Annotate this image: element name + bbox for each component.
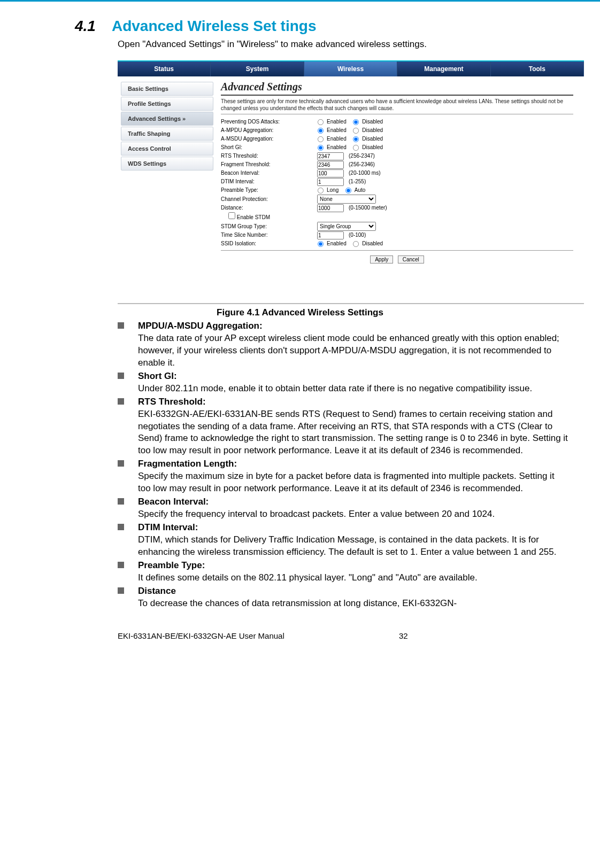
apply-button[interactable]: Apply (370, 255, 393, 264)
label-distance: Distance: (221, 204, 317, 212)
shortgi-enabled-radio[interactable] (318, 144, 324, 150)
frag-input[interactable] (317, 161, 344, 169)
shortgi-disabled-text: Disabled (362, 143, 383, 152)
row-shortgi: Short GI: Enabled Disabled (221, 143, 573, 152)
dtim-input[interactable] (317, 178, 344, 186)
bullet-body: It defines some details on the 802.11 ph… (138, 572, 568, 584)
cancel-button[interactable]: Cancel (398, 255, 424, 264)
sidebar-item-basic[interactable]: Basic Settings (121, 82, 213, 96)
label-amsdu: A-MSDU Aggregation: (221, 135, 317, 143)
nav-tab-management[interactable]: Management (397, 61, 490, 76)
page-content: 4.1 Advanced Wireless Set tings Open "Ad… (0, 2, 600, 651)
page-footer: EKI-6331AN-BE/EKI-6332GN-AE User Manual … (118, 631, 568, 640)
bullet-item: Distance To decrease the chances of data… (118, 585, 568, 610)
panel-desc: These settings are only for more technic… (221, 98, 573, 114)
row-ssid-iso: SSID Isolation: Enabled Disabled (221, 239, 573, 248)
dos-disabled-text: Disabled (362, 118, 383, 126)
bullet-item: Preamble Type: It defines some details o… (118, 560, 568, 584)
bullet-item: RTS Threshold: EKI-6332GN-AE/EKI-6331AN-… (118, 396, 568, 458)
square-bullet-icon (118, 322, 124, 329)
bullet-item: Beacon Interval: Specify the frequency i… (118, 496, 568, 521)
nav-tab-system[interactable]: System (211, 61, 304, 76)
manual-title: EKI-6331AN-BE/EKI-6332GN-AE User Manual (118, 631, 284, 640)
square-bullet-icon (118, 562, 124, 568)
bullet-item: Fragmentation Length: Specify the maximu… (118, 458, 568, 495)
nav-tab-status[interactable]: Status (118, 61, 211, 76)
sidebar-item-advanced[interactable]: Advanced Settings » (121, 112, 213, 126)
preamble-long-text: Long (327, 186, 339, 195)
shortgi-disabled-radio[interactable] (353, 144, 359, 150)
ampdu-disabled-radio[interactable] (353, 127, 359, 133)
amsdu-enabled-text: Enabled (327, 135, 347, 143)
bullet-title: Distance (138, 586, 176, 596)
bullet-title: Fragmentation Length: (138, 459, 237, 469)
rts-range: (256-2347) (349, 152, 375, 160)
label-frag: Fragment Threshold: (221, 160, 317, 169)
ssid-iso-enabled-radio[interactable] (318, 241, 324, 246)
sidebar-item-access[interactable]: Access Control (121, 142, 213, 156)
label-timeslice: Time Slice Number: (221, 231, 317, 239)
ssid-iso-disabled-radio[interactable] (353, 241, 359, 246)
bullet-title: DTIM Interval: (138, 522, 198, 532)
square-bullet-icon (118, 373, 124, 379)
nav-tab-tools[interactable]: Tools (491, 61, 584, 76)
bullet-body: Specify the maximum size in byte for a p… (138, 470, 568, 495)
preamble-auto-radio[interactable] (345, 187, 351, 193)
shortgi-enabled-text: Enabled (327, 143, 347, 152)
distance-input[interactable] (317, 204, 344, 212)
rts-input[interactable] (317, 152, 344, 160)
stdm-group-select[interactable]: Single Group (317, 222, 376, 231)
label-stdm-enable: Enable STDM (221, 212, 317, 222)
amsdu-disabled-radio[interactable] (353, 136, 359, 142)
ssid-iso-disabled-text: Disabled (362, 239, 383, 248)
bullet-body: The data rate of your AP except wireless… (138, 332, 568, 369)
square-bullet-icon (118, 398, 124, 405)
preamble-long-radio[interactable] (318, 187, 324, 193)
label-preamble: Preamble Type: (221, 186, 317, 195)
amsdu-enabled-radio[interactable] (318, 136, 324, 142)
square-bullet-icon (118, 460, 124, 467)
label-shortgi: Short GI: (221, 143, 317, 152)
label-ssid-iso: SSID Isolation: (221, 239, 317, 248)
beacon-range: (20-1000 ms) (349, 169, 380, 177)
section-header: 4.1 Advanced Wireless Set tings (32, 18, 568, 35)
label-dos: Preventing DOS Attacks: (221, 118, 317, 126)
beacon-input[interactable] (317, 169, 344, 177)
timeslice-input[interactable] (317, 231, 344, 239)
section-number: 4.1 (75, 18, 96, 35)
ampdu-enabled-radio[interactable] (318, 127, 324, 133)
bullet-title: Preamble Type: (138, 560, 205, 570)
dos-enabled-text: Enabled (327, 118, 347, 126)
bullet-title: MPDU/A-MSDU Aggregation: (138, 321, 263, 331)
dos-disabled-radio[interactable] (353, 119, 359, 125)
label-beacon: Beacon Interval: (221, 169, 317, 177)
dos-enabled-radio[interactable] (318, 119, 324, 125)
screenshot-footer-divider (118, 303, 584, 304)
page-number: 32 (399, 631, 408, 640)
sidebar-item-wds[interactable]: WDS Settings (121, 157, 213, 170)
ampdu-disabled-text: Disabled (362, 126, 383, 135)
channel-prot-select[interactable]: None (317, 195, 376, 204)
nav-tab-wireless[interactable]: Wireless (304, 61, 397, 76)
row-frag: Fragment Threshold: (256-2346) (221, 160, 573, 169)
frag-range: (256-2346) (349, 160, 375, 169)
square-bullet-icon (118, 587, 124, 594)
row-channel-prot: Channel Protection: None (221, 195, 573, 204)
bullet-list: MPDU/A-MSDU Aggregation: The data rate o… (118, 320, 568, 610)
bullet-item: Short GI: Under 802.11n mode, enable it … (118, 370, 568, 395)
square-bullet-icon (118, 498, 124, 505)
sidebar-item-profile[interactable]: Profile Settings (121, 97, 213, 111)
label-ampdu: A-MPDU Aggregation: (221, 126, 317, 135)
bullet-item: MPDU/A-MSDU Aggregation: The data rate o… (118, 320, 568, 369)
settings-table: Preventing DOS Attacks: Enabled Disabled… (221, 118, 573, 251)
bullet-body: To decrease the chances of data retransm… (138, 598, 568, 610)
stdm-enable-checkbox[interactable] (228, 212, 235, 219)
panel-title: Advanced Settings (221, 81, 573, 96)
row-amsdu: A-MSDU Aggregation: Enabled Disabled (221, 135, 573, 143)
row-stdm-group: STDM Group Type: Single Group (221, 222, 573, 231)
ampdu-enabled-text: Enabled (327, 126, 347, 135)
sidebar-item-traffic[interactable]: Traffic Shaping (121, 127, 213, 141)
row-beacon: Beacon Interval: (20-1000 ms) (221, 169, 573, 177)
ssid-iso-enabled-text: Enabled (327, 239, 347, 248)
row-preamble: Preamble Type: Long Auto (221, 186, 573, 195)
